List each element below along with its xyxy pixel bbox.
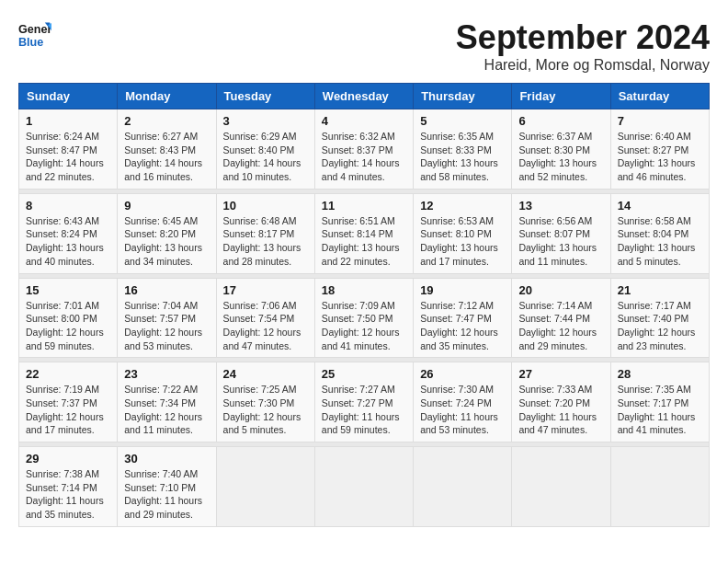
calendar-day-cell: 10 Sunrise: 6:48 AM Sunset: 8:17 PM Dayl… xyxy=(216,193,314,273)
day-info: Sunrise: 6:56 AM Sunset: 8:07 PM Dayligh… xyxy=(518,214,603,269)
day-number: 30 xyxy=(124,452,209,465)
day-number: 28 xyxy=(618,367,702,381)
day-number: 24 xyxy=(223,367,308,381)
calendar-empty-cell xyxy=(610,447,709,527)
day-number: 29 xyxy=(26,452,110,465)
day-number: 2 xyxy=(124,114,209,128)
calendar-day-cell: 9 Sunrise: 6:45 AM Sunset: 8:20 PM Dayli… xyxy=(118,193,216,273)
logo-icon: General Blue xyxy=(18,18,51,52)
day-number: 23 xyxy=(124,367,209,381)
day-number: 26 xyxy=(420,367,505,381)
day-info: Sunrise: 6:24 AM Sunset: 8:47 PM Dayligh… xyxy=(26,130,110,184)
day-info: Sunrise: 6:48 AM Sunset: 8:17 PM Dayligh… xyxy=(223,214,308,269)
calendar-week-row: 29 Sunrise: 7:38 AM Sunset: 7:14 PM Dayl… xyxy=(19,447,710,527)
calendar-day-cell: 28 Sunrise: 7:35 AM Sunset: 7:17 PM Dayl… xyxy=(610,362,709,442)
calendar-day-cell: 25 Sunrise: 7:27 AM Sunset: 7:27 PM Dayl… xyxy=(314,362,413,442)
calendar-day-cell: 22 Sunrise: 7:19 AM Sunset: 7:37 PM Dayl… xyxy=(19,362,118,442)
calendar-day-cell: 14 Sunrise: 6:58 AM Sunset: 8:04 PM Dayl… xyxy=(610,193,709,273)
day-number: 8 xyxy=(26,199,110,213)
day-info: Sunrise: 7:25 AM Sunset: 7:30 PM Dayligh… xyxy=(223,383,308,437)
calendar-day-cell: 24 Sunrise: 7:25 AM Sunset: 7:30 PM Dayl… xyxy=(216,362,314,442)
day-number: 11 xyxy=(322,199,406,213)
calendar-day-cell: 7 Sunrise: 6:40 AM Sunset: 8:27 PM Dayli… xyxy=(610,109,709,190)
day-info: Sunrise: 7:19 AM Sunset: 7:37 PM Dayligh… xyxy=(26,383,110,437)
month-title: September 2024 xyxy=(456,18,710,57)
calendar-day-cell: 11 Sunrise: 6:51 AM Sunset: 8:14 PM Dayl… xyxy=(314,193,413,273)
col-header-monday: Monday xyxy=(118,84,216,109)
calendar-empty-cell xyxy=(414,447,512,527)
calendar-empty-cell xyxy=(512,447,610,527)
calendar-day-cell: 1 Sunrise: 6:24 AM Sunset: 8:47 PM Dayli… xyxy=(19,109,118,190)
day-number: 13 xyxy=(518,199,603,213)
calendar-day-cell: 30 Sunrise: 7:40 AM Sunset: 7:10 PM Dayl… xyxy=(118,447,216,527)
day-number: 21 xyxy=(618,283,702,297)
day-info: Sunrise: 7:12 AM Sunset: 7:47 PM Dayligh… xyxy=(420,299,505,353)
day-info: Sunrise: 7:35 AM Sunset: 7:17 PM Dayligh… xyxy=(618,383,702,437)
calendar-day-cell: 8 Sunrise: 6:43 AM Sunset: 8:24 PM Dayli… xyxy=(19,193,118,273)
title-area: September 2024 Hareid, More og Romsdal, … xyxy=(456,18,710,74)
calendar-day-cell: 4 Sunrise: 6:32 AM Sunset: 8:37 PM Dayli… xyxy=(314,109,413,190)
day-info: Sunrise: 7:14 AM Sunset: 7:44 PM Dayligh… xyxy=(518,299,603,353)
day-number: 5 xyxy=(420,114,505,128)
calendar-header-row: SundayMondayTuesdayWednesdayThursdayFrid… xyxy=(19,84,710,109)
day-info: Sunrise: 7:01 AM Sunset: 8:00 PM Dayligh… xyxy=(26,299,110,353)
day-number: 9 xyxy=(124,199,209,213)
col-header-tuesday: Tuesday xyxy=(216,84,314,109)
day-info: Sunrise: 7:09 AM Sunset: 7:50 PM Dayligh… xyxy=(322,299,406,353)
calendar-week-row: 15 Sunrise: 7:01 AM Sunset: 8:00 PM Dayl… xyxy=(19,278,710,358)
day-number: 14 xyxy=(618,199,702,213)
calendar-day-cell: 18 Sunrise: 7:09 AM Sunset: 7:50 PM Dayl… xyxy=(314,278,413,358)
col-header-friday: Friday xyxy=(512,84,610,109)
day-number: 20 xyxy=(518,283,603,297)
day-number: 25 xyxy=(322,367,406,381)
calendar-table: SundayMondayTuesdayWednesdayThursdayFrid… xyxy=(18,83,710,527)
day-number: 27 xyxy=(518,367,603,381)
calendar-day-cell: 15 Sunrise: 7:01 AM Sunset: 8:00 PM Dayl… xyxy=(19,278,118,358)
calendar-empty-cell xyxy=(216,447,314,527)
day-info: Sunrise: 7:38 AM Sunset: 7:14 PM Dayligh… xyxy=(26,467,110,522)
day-info: Sunrise: 7:04 AM Sunset: 7:57 PM Dayligh… xyxy=(124,299,209,353)
day-info: Sunrise: 6:35 AM Sunset: 8:33 PM Dayligh… xyxy=(420,130,505,184)
calendar-day-cell: 3 Sunrise: 6:29 AM Sunset: 8:40 PM Dayli… xyxy=(216,109,314,190)
day-info: Sunrise: 7:22 AM Sunset: 7:34 PM Dayligh… xyxy=(124,383,209,437)
day-info: Sunrise: 6:53 AM Sunset: 8:10 PM Dayligh… xyxy=(420,214,505,269)
location-title: Hareid, More og Romsdal, Norway xyxy=(456,57,710,74)
calendar-day-cell: 29 Sunrise: 7:38 AM Sunset: 7:14 PM Dayl… xyxy=(19,447,118,527)
calendar-day-cell: 16 Sunrise: 7:04 AM Sunset: 7:57 PM Dayl… xyxy=(118,278,216,358)
day-info: Sunrise: 7:27 AM Sunset: 7:27 PM Dayligh… xyxy=(322,383,406,437)
day-info: Sunrise: 7:06 AM Sunset: 7:54 PM Dayligh… xyxy=(223,299,308,353)
calendar-day-cell: 20 Sunrise: 7:14 AM Sunset: 7:44 PM Dayl… xyxy=(512,278,610,358)
day-info: Sunrise: 6:58 AM Sunset: 8:04 PM Dayligh… xyxy=(618,214,702,269)
day-info: Sunrise: 6:51 AM Sunset: 8:14 PM Dayligh… xyxy=(322,214,406,269)
calendar-week-row: 8 Sunrise: 6:43 AM Sunset: 8:24 PM Dayli… xyxy=(19,193,710,273)
calendar-week-row: 22 Sunrise: 7:19 AM Sunset: 7:37 PM Dayl… xyxy=(19,362,710,442)
col-header-thursday: Thursday xyxy=(414,84,512,109)
col-header-wednesday: Wednesday xyxy=(314,84,413,109)
day-info: Sunrise: 6:27 AM Sunset: 8:43 PM Dayligh… xyxy=(124,130,209,184)
day-number: 22 xyxy=(26,367,110,381)
calendar-empty-cell xyxy=(314,447,413,527)
col-header-sunday: Sunday xyxy=(19,84,118,109)
day-info: Sunrise: 6:45 AM Sunset: 8:20 PM Dayligh… xyxy=(124,214,209,269)
calendar-day-cell: 23 Sunrise: 7:22 AM Sunset: 7:34 PM Dayl… xyxy=(118,362,216,442)
day-info: Sunrise: 6:40 AM Sunset: 8:27 PM Dayligh… xyxy=(618,130,702,184)
day-info: Sunrise: 6:37 AM Sunset: 8:30 PM Dayligh… xyxy=(518,130,603,184)
logo: General Blue xyxy=(18,18,51,52)
day-number: 6 xyxy=(518,114,603,128)
day-number: 4 xyxy=(322,114,406,128)
day-info: Sunrise: 6:29 AM Sunset: 8:40 PM Dayligh… xyxy=(223,130,308,184)
calendar-day-cell: 2 Sunrise: 6:27 AM Sunset: 8:43 PM Dayli… xyxy=(118,109,216,190)
svg-text:Blue: Blue xyxy=(18,36,43,49)
calendar-day-cell: 19 Sunrise: 7:12 AM Sunset: 7:47 PM Dayl… xyxy=(414,278,512,358)
day-number: 16 xyxy=(124,283,209,297)
calendar-week-row: 1 Sunrise: 6:24 AM Sunset: 8:47 PM Dayli… xyxy=(19,109,710,190)
col-header-saturday: Saturday xyxy=(610,84,709,109)
day-number: 3 xyxy=(223,114,308,128)
day-number: 10 xyxy=(223,199,308,213)
calendar-day-cell: 17 Sunrise: 7:06 AM Sunset: 7:54 PM Dayl… xyxy=(216,278,314,358)
day-info: Sunrise: 7:30 AM Sunset: 7:24 PM Dayligh… xyxy=(420,383,505,437)
day-number: 7 xyxy=(618,114,702,128)
day-number: 15 xyxy=(26,283,110,297)
day-info: Sunrise: 6:32 AM Sunset: 8:37 PM Dayligh… xyxy=(322,130,406,184)
calendar-day-cell: 6 Sunrise: 6:37 AM Sunset: 8:30 PM Dayli… xyxy=(512,109,610,190)
